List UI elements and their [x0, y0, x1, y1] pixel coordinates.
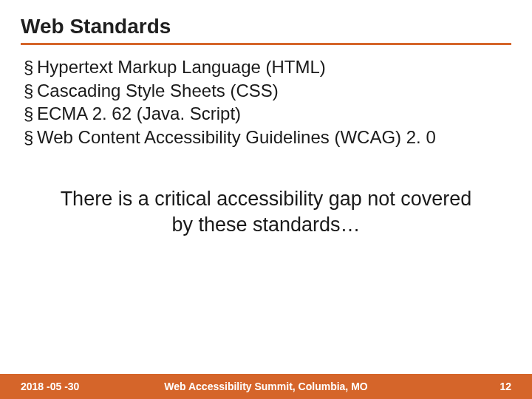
- emphasis-text: There is a critical accessibility gap no…: [55, 186, 477, 238]
- footer-event: Web Accessibility Summit, Columbia, MO: [164, 381, 367, 392]
- footer-date: 2018 -05 -30: [21, 381, 79, 392]
- bullet-item: Hypertext Markup Language (HTML): [24, 55, 511, 79]
- bullet-item: Cascading Style Sheets (CSS): [24, 79, 511, 103]
- bullet-item: Web Content Accessibility Guidelines (WC…: [24, 126, 511, 149]
- bullet-list: Hypertext Markup Language (HTML) Cascadi…: [21, 55, 511, 149]
- bullet-item: ECMA 2. 62 (Java. Script): [24, 102, 511, 126]
- footer-bar: 2018 -05 -30 Web Accessibility Summit, C…: [0, 374, 532, 399]
- footer-page-number: 12: [499, 381, 511, 392]
- slide-title: Web Standards: [21, 15, 511, 45]
- slide: Web Standards Hypertext Markup Language …: [0, 0, 532, 399]
